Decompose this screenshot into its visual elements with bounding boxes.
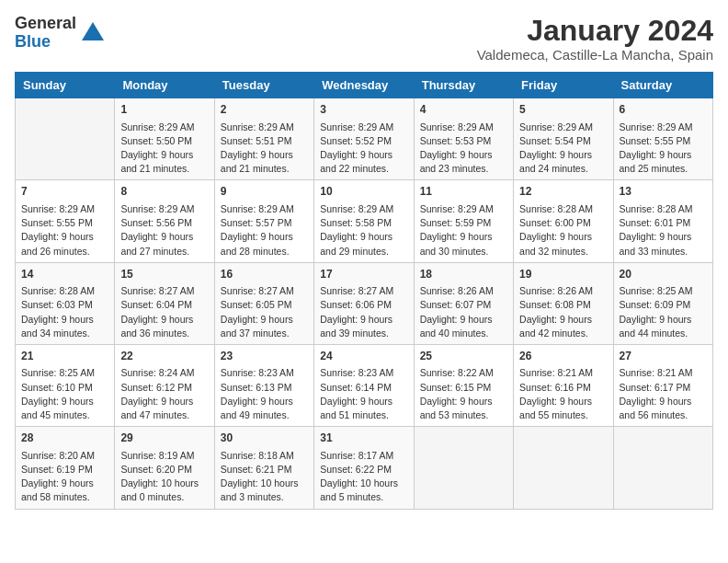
day-info-line: Daylight: 9 hours	[221, 395, 308, 408]
day-info-line: Sunrise: 8:29 AM	[120, 202, 208, 216]
day-info-line: Daylight: 9 hours	[420, 313, 507, 327]
day-info-line: Daylight: 9 hours	[519, 230, 607, 244]
day-info-line: and 22 minutes.	[320, 162, 407, 176]
location: Valdemeca, Castille-La Mancha, Spain	[477, 47, 713, 63]
day-info-line: Daylight: 9 hours	[620, 395, 707, 408]
day-number: 21	[21, 349, 108, 364]
day-info-line: Sunset: 6:00 PM	[519, 216, 607, 230]
day-info-line: Daylight: 9 hours	[620, 148, 707, 162]
day-info-line: Sunset: 6:21 PM	[221, 463, 308, 477]
calendar-cell: 18Sunrise: 8:26 AMSunset: 6:07 PMDayligh…	[414, 262, 513, 344]
day-info-line: Daylight: 10 hours	[320, 477, 407, 490]
day-info-line: Daylight: 9 hours	[320, 148, 407, 162]
day-number: 7	[21, 184, 108, 200]
day-info-line: Daylight: 9 hours	[519, 313, 607, 327]
day-info-line: and 32 minutes.	[519, 245, 607, 259]
calendar-cell: 2Sunrise: 8:29 AMSunset: 5:51 PMDaylight…	[214, 98, 313, 180]
calendar-cell	[514, 427, 613, 509]
day-info-line: Sunrise: 8:29 AM	[21, 202, 108, 216]
day-info-line: Daylight: 10 hours	[221, 477, 308, 490]
day-info-line: Daylight: 9 hours	[21, 477, 108, 490]
calendar-cell: 15Sunrise: 8:27 AMSunset: 6:04 PMDayligh…	[115, 262, 214, 344]
day-info-line: and 21 minutes.	[120, 162, 208, 176]
day-info-line: Sunrise: 8:19 AM	[120, 449, 208, 463]
day-info-line: Sunrise: 8:24 AM	[120, 366, 208, 380]
day-info-line: Sunset: 6:06 PM	[320, 298, 407, 312]
day-info-line: Sunrise: 8:29 AM	[221, 121, 308, 134]
day-number: 9	[221, 184, 308, 200]
day-info-line: Sunset: 5:54 PM	[519, 134, 607, 148]
day-info-line: Sunrise: 8:25 AM	[620, 284, 707, 298]
day-number: 20	[620, 267, 707, 282]
day-number: 12	[519, 184, 607, 200]
day-info-line: and 25 minutes.	[620, 162, 707, 176]
day-info-line: Daylight: 9 hours	[420, 230, 507, 244]
calendar-cell: 13Sunrise: 8:28 AMSunset: 6:01 PMDayligh…	[613, 180, 712, 262]
day-info-line: and 5 minutes.	[320, 490, 407, 504]
page-header: General Blue January 2024 Valdemeca, Cas…	[15, 15, 713, 63]
calendar-week-row: 14Sunrise: 8:28 AMSunset: 6:03 PMDayligh…	[16, 262, 713, 344]
day-info-line: Sunrise: 8:29 AM	[420, 121, 507, 134]
day-info-line: Daylight: 9 hours	[519, 395, 607, 408]
day-info-line: and 53 minutes.	[420, 408, 507, 422]
calendar-cell: 4Sunrise: 8:29 AMSunset: 5:53 PMDaylight…	[414, 98, 513, 180]
calendar-cell: 8Sunrise: 8:29 AMSunset: 5:56 PMDaylight…	[115, 180, 214, 262]
calendar-cell: 14Sunrise: 8:28 AMSunset: 6:03 PMDayligh…	[16, 262, 115, 344]
day-info-line: Sunset: 6:16 PM	[519, 381, 607, 395]
calendar-cell: 30Sunrise: 8:18 AMSunset: 6:21 PMDayligh…	[214, 427, 313, 509]
day-info-line: Sunset: 5:50 PM	[120, 134, 208, 148]
day-info-line: and 30 minutes.	[420, 245, 507, 259]
day-info-line: Sunrise: 8:20 AM	[21, 449, 108, 463]
day-number: 18	[420, 267, 507, 282]
svg-marker-0	[82, 22, 104, 40]
day-info-line: and 49 minutes.	[221, 408, 308, 422]
day-number: 22	[120, 349, 208, 364]
day-info-line: Sunset: 6:15 PM	[420, 381, 507, 395]
day-info-line: Sunset: 6:09 PM	[620, 298, 707, 312]
day-info-line: Sunrise: 8:29 AM	[620, 121, 707, 134]
title-block: January 2024 Valdemeca, Castille-La Manc…	[477, 15, 713, 63]
day-info-line: Sunset: 6:17 PM	[620, 381, 707, 395]
day-info-line: Sunrise: 8:23 AM	[320, 366, 407, 380]
day-info-line: Sunset: 6:13 PM	[221, 381, 308, 395]
day-info-line: Daylight: 9 hours	[21, 395, 108, 408]
day-info-line: Daylight: 9 hours	[221, 148, 308, 162]
day-info-line: Daylight: 9 hours	[320, 395, 407, 408]
day-info-line: and 33 minutes.	[620, 245, 707, 259]
day-info-line: Sunset: 5:58 PM	[320, 216, 407, 230]
day-header-wednesday: Wednesday	[314, 73, 414, 98]
day-info-line: Sunset: 6:10 PM	[21, 381, 108, 395]
day-info-line: and 39 minutes.	[320, 327, 407, 340]
day-info-line: Sunrise: 8:29 AM	[221, 202, 308, 216]
day-info-line: Daylight: 9 hours	[221, 230, 308, 244]
day-info-line: Sunrise: 8:22 AM	[420, 366, 507, 380]
day-info-line: Daylight: 9 hours	[620, 313, 707, 327]
day-info-line: Sunrise: 8:28 AM	[21, 284, 108, 298]
day-info-line: Sunrise: 8:29 AM	[320, 202, 407, 216]
calendar-cell: 23Sunrise: 8:23 AMSunset: 6:13 PMDayligh…	[214, 344, 313, 426]
day-info-line: Daylight: 9 hours	[120, 148, 208, 162]
calendar-cell: 28Sunrise: 8:20 AMSunset: 6:19 PMDayligh…	[16, 427, 115, 509]
day-info-line: and 21 minutes.	[221, 162, 308, 176]
day-info-line: and 29 minutes.	[320, 245, 407, 259]
calendar-cell: 1Sunrise: 8:29 AMSunset: 5:50 PMDaylight…	[115, 98, 214, 180]
day-info-line: and 45 minutes.	[21, 408, 108, 422]
day-number: 4	[420, 102, 507, 118]
day-info-line: Sunrise: 8:29 AM	[420, 202, 507, 216]
day-info-line: Sunrise: 8:18 AM	[221, 449, 308, 463]
day-info-line: Sunrise: 8:21 AM	[620, 366, 707, 380]
day-info-line: Sunrise: 8:17 AM	[320, 449, 407, 463]
calendar-cell: 16Sunrise: 8:27 AMSunset: 6:05 PMDayligh…	[214, 262, 313, 344]
day-info-line: Sunset: 5:52 PM	[320, 134, 407, 148]
day-info-line: Sunrise: 8:27 AM	[221, 284, 308, 298]
day-info-line: Sunrise: 8:26 AM	[519, 284, 607, 298]
calendar-cell: 27Sunrise: 8:21 AMSunset: 6:17 PMDayligh…	[613, 344, 712, 426]
day-info-line: Sunset: 5:55 PM	[21, 216, 108, 230]
day-number: 2	[221, 102, 308, 118]
day-number: 17	[320, 267, 407, 282]
logo: General Blue	[15, 15, 106, 52]
day-info-line: and 37 minutes.	[221, 327, 308, 340]
day-number: 30	[221, 431, 308, 446]
logo-icon	[80, 20, 106, 46]
day-number: 16	[221, 267, 308, 282]
